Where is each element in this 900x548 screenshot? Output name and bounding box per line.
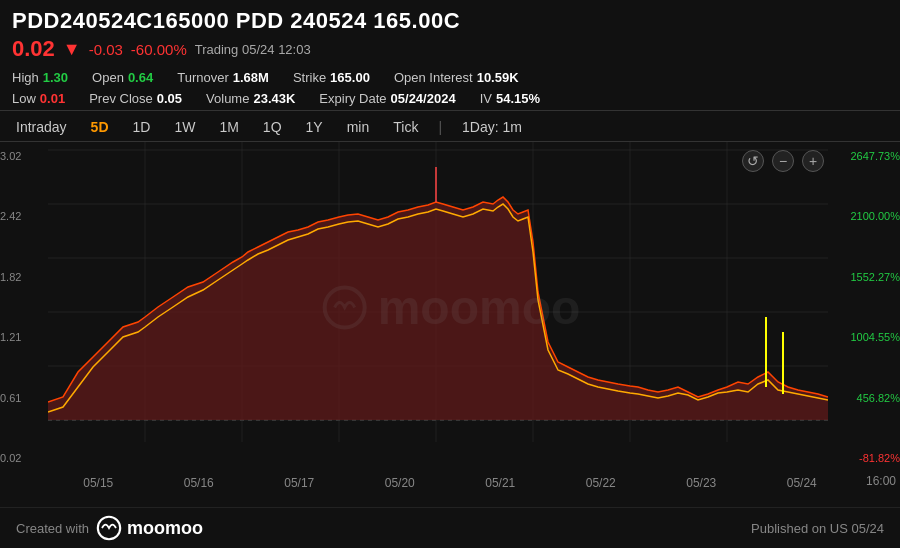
tab-1d[interactable]: 1D [129,117,155,137]
x-label-0523: 05/23 [686,476,716,490]
chart-zoom-in-button[interactable]: + [802,150,824,172]
tab-min[interactable]: min [343,117,374,137]
tab-1q[interactable]: 1Q [259,117,286,137]
footer: Created with moomoo Published on US 05/2… [0,507,900,548]
y-pct-label-3: 1552.27% [828,271,900,283]
current-price: 0.02 [12,36,55,62]
tab-5d[interactable]: 5D [87,117,113,137]
moomoo-logo-icon [95,514,123,542]
stat-high: High 1.30 [12,70,68,85]
x-label-0524: 05/24 [787,476,817,490]
y-label-6: 0.02 [0,452,48,464]
tab-intraday[interactable]: Intraday [12,117,71,137]
price-change-pct: -60.00% [131,41,187,58]
chart-controls: ↺ − + [742,150,824,172]
published-label: Published on US 05/24 [751,521,884,536]
x-label-0516: 05/16 [184,476,214,490]
stat-open: Open 0.64 [92,70,153,85]
stat-low: Low 0.01 [12,91,65,106]
stat-turnover: Turnover 1.68M [177,70,269,85]
tab-1m[interactable]: 1M [215,117,242,137]
moomoo-logo: moomoo [95,514,203,542]
x-label-0521: 05/21 [485,476,515,490]
chart-reset-button[interactable]: ↺ [742,150,764,172]
y-pct-label-6: -81.82% [828,452,900,464]
x-label-0522: 05/22 [586,476,616,490]
tab-1y[interactable]: 1Y [302,117,327,137]
footer-brand: Created with moomoo [16,514,203,542]
x-label-1600: 16:00 [866,474,896,488]
price-change-abs: -0.03 [89,41,123,58]
stat-strike: Strike 165.00 [293,70,370,85]
x-label-0515: 05/15 [83,476,113,490]
price-row: 0.02 ▼ -0.03 -60.00% Trading 05/24 12:03 [12,36,888,62]
chart-svg-area [48,142,828,472]
stat-expiry: Expiry Date 05/24/2024 [319,91,455,106]
stat-volume: Volume 23.43K [206,91,295,106]
stats-row-2: Low 0.01 Prev Close 0.05 Volume 23.43K E… [0,87,900,108]
y-pct-label-4: 1004.55% [828,331,900,343]
y-label-1: 3.02 [0,150,48,162]
stat-prev-close: Prev Close 0.05 [89,91,182,106]
y-axis-right: 2647.73% 2100.00% 1552.27% 1004.55% 456.… [828,142,900,472]
y-pct-label-5: 456.82% [828,392,900,404]
trading-status: Trading 05/24 12:03 [195,42,311,57]
tab-1day-1m[interactable]: 1Day: 1m [458,117,526,137]
stats-row-1: High 1.30 Open 0.64 Turnover 1.68M Strik… [0,66,900,87]
page-title: PDD240524C165000 PDD 240524 165.00C [12,8,888,34]
header: PDD240524C165000 PDD 240524 165.00C 0.02… [0,0,900,66]
y-label-4: 1.21 [0,331,48,343]
created-with-label: Created with [16,521,89,536]
stat-open-interest: Open Interest 10.59K [394,70,519,85]
price-arrow-icon: ▼ [63,39,81,60]
y-pct-label-1: 2647.73% [828,150,900,162]
tab-tick[interactable]: Tick [389,117,422,137]
tabs-row: Intraday 5D 1D 1W 1M 1Q 1Y min Tick | 1D… [0,113,900,142]
y-pct-label-2: 2100.00% [828,210,900,222]
svg-marker-15 [48,197,828,420]
chart-zoom-out-button[interactable]: − [772,150,794,172]
y-label-2: 2.42 [0,210,48,222]
y-label-5: 0.61 [0,392,48,404]
stat-iv: IV 54.15% [480,91,540,106]
tab-1w[interactable]: 1W [170,117,199,137]
x-label-0520: 05/20 [385,476,415,490]
x-label-0517: 05/17 [284,476,314,490]
chart-container: ↺ − + 3.02 2.42 1.82 1.21 0.61 0.02 2647… [0,142,900,472]
x-axis: 05/15 05/16 05/17 05/20 05/21 05/22 05/2… [0,472,900,494]
y-label-3: 1.82 [0,271,48,283]
y-axis-left: 3.02 2.42 1.82 1.21 0.61 0.02 [0,142,48,472]
